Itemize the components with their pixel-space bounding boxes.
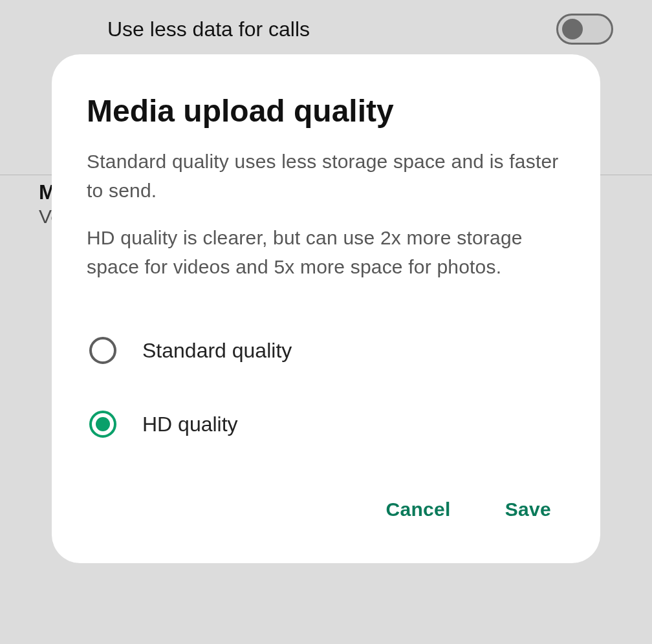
radio-icon: [89, 411, 116, 438]
radio-label: HD quality: [142, 413, 238, 436]
cancel-button[interactable]: Cancel: [382, 492, 455, 527]
dialog-options: Standard quality HD quality: [87, 328, 565, 447]
toggle-use-less-data[interactable]: [556, 14, 613, 45]
dialog-desc-hd: HD quality is clearer, but can use 2x mo…: [87, 223, 565, 281]
radio-icon: [89, 337, 116, 364]
radio-option-hd-quality[interactable]: HD quality: [87, 402, 565, 447]
toggle-knob-icon: [562, 19, 583, 39]
radio-label: Standard quality: [142, 339, 292, 363]
settings-row-label: Use less data for calls: [107, 17, 310, 41]
dialog-desc-standard: Standard quality uses less storage space…: [87, 147, 565, 205]
dialog-title: Media upload quality: [87, 93, 565, 129]
media-upload-quality-dialog: Media upload quality Standard quality us…: [52, 54, 600, 563]
save-button[interactable]: Save: [501, 492, 555, 527]
settings-row-use-less-data[interactable]: Use less data for calls: [0, 0, 652, 58]
dialog-actions: Cancel Save: [87, 492, 565, 535]
radio-option-standard-quality[interactable]: Standard quality: [87, 328, 565, 373]
